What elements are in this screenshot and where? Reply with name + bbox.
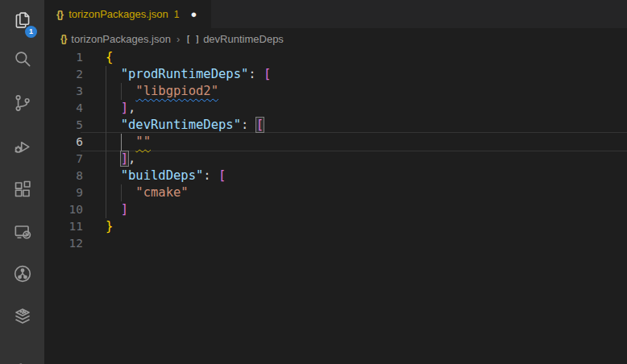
explorer-dirty-badge: 1 [25,26,37,38]
layers-grid-icon [12,306,33,327]
code-token [106,84,135,98]
tab-bar: {} torizonPackages.json 1 ● [44,0,627,28]
activity-item-search[interactable] [0,39,44,78]
code-token [106,202,121,217]
line-number[interactable]: 1 [44,49,83,66]
line-number[interactable]: 9 [44,184,83,201]
line-number[interactable]: 2 [44,66,83,83]
line-number[interactable]: 12 [44,235,83,252]
array-symbol-icon: [ ] [185,34,199,44]
line-content[interactable]: { [106,49,113,66]
code-token: , [128,101,135,115]
code-line-4: 4 ], [44,100,627,117]
line-number[interactable]: 4 [44,100,83,117]
tab-problem-count: 1 [174,9,180,20]
search-icon [12,48,33,69]
line-content[interactable]: ] [106,201,128,218]
line-number[interactable]: 3 [44,83,83,100]
line-number[interactable]: 10 [44,201,83,218]
line-number[interactable]: 11 [44,218,83,235]
code-token: ] [121,202,128,217]
code-line-1: 1{ [44,49,627,66]
code-token [106,151,121,166]
code-token: } [106,219,113,234]
code-line-2: 2 "prodRuntimeDeps": [ [44,66,627,83]
editor[interactable]: 1{2 "prodRuntimeDeps": [3 "libgpiod2"4 ]… [44,49,627,364]
matched-bracket: [ [256,118,264,132]
activity-item-source-control[interactable] [0,84,44,122]
activity-item-layers[interactable] [0,297,44,336]
code-line-12: 12 [44,235,627,252]
code-token: "" [135,134,151,149]
code-token: , [128,151,135,166]
line-content[interactable]: "prodRuntimeDeps": [ [106,66,271,83]
circle-branch-icon [12,263,33,284]
line-content[interactable]: "buildDeps": [ [106,168,226,184]
code-token: "devRuntimeDeps" [121,118,241,132]
json-file-icon: {} [60,33,66,44]
code-token: "libgpiod2" [135,84,218,98]
line-number[interactable]: 7 [44,151,83,168]
code-token [106,134,135,149]
breadcrumb: {} torizonPackages.json › [ ] devRuntime… [44,28,627,49]
code-token: ] [121,101,128,115]
line-content[interactable]: "cmake" [106,184,189,201]
code-token: "cmake" [135,185,188,200]
code-token [106,168,121,183]
breadcrumb-symbol[interactable]: devRuntimeDeps [203,33,284,45]
line-content[interactable]: "devRuntimeDeps": [ [106,117,264,134]
line-number[interactable]: 6 [44,134,83,151]
code-token [106,185,135,200]
breadcrumb-file[interactable]: torizonPackages.json [71,33,171,45]
line-number[interactable]: 5 [44,117,83,134]
line-content[interactable]: "" [106,134,151,151]
code-token [106,101,121,115]
code-line-3: 3 "libgpiod2" [44,83,627,100]
json-file-icon: {} [56,8,63,20]
activity-item-extensions[interactable] [0,170,44,209]
code-line-7: 7 ], [44,151,627,168]
code-line-11: 11} [44,218,627,235]
code-token: : [241,118,256,132]
code-line-5: 5 "devRuntimeDeps": [ [44,117,627,134]
activity-item-remote-explorer[interactable] [0,213,44,251]
activity-item-explorer[interactable]: 1 [0,1,44,39]
line-number[interactable]: 8 [44,168,83,184]
matched-bracket: ] [121,151,128,166]
activity-bar: 1 [0,0,44,364]
activity-item-run-debug[interactable] [0,127,44,166]
debug-play-bug-icon [12,136,33,157]
code-token [106,118,121,132]
code-token: : [203,168,218,183]
line-content[interactable]: } [106,218,113,235]
line-content[interactable]: "libgpiod2" [106,83,218,100]
code-token [106,67,121,81]
tab-label: torizonPackages.json [69,8,168,20]
line-content[interactable]: ], [106,100,135,117]
code-token: : [248,67,264,81]
monitor-circle-icon [12,221,33,242]
dirty-indicator-icon[interactable]: ● [190,9,197,19]
activity-item-metrics[interactable] [0,350,44,364]
git-branch-icon [12,93,33,114]
code-line-10: 10 ] [44,201,627,218]
code-line-8: 8 "buildDeps": [ [44,168,627,184]
tab-torizonPackages[interactable]: {} torizonPackages.json 1 ● [44,0,211,28]
code-token: [ [218,168,226,183]
extensions-icon [12,179,33,200]
code-token: "buildDeps" [121,168,204,183]
code-line-6: 6 "" [44,134,627,151]
activity-item-commit-graph[interactable] [0,254,44,293]
code-token: "prodRuntimeDeps" [121,67,249,81]
line-content[interactable]: ], [106,151,135,168]
code-token: { [106,50,113,64]
vscode-window: {} torizonPackages.json 1 ● {} torizonPa… [0,0,627,364]
chevron-right-icon: › [176,33,180,45]
code-token: [ [264,67,271,81]
code-line-9: 9 "cmake" [44,184,627,201]
